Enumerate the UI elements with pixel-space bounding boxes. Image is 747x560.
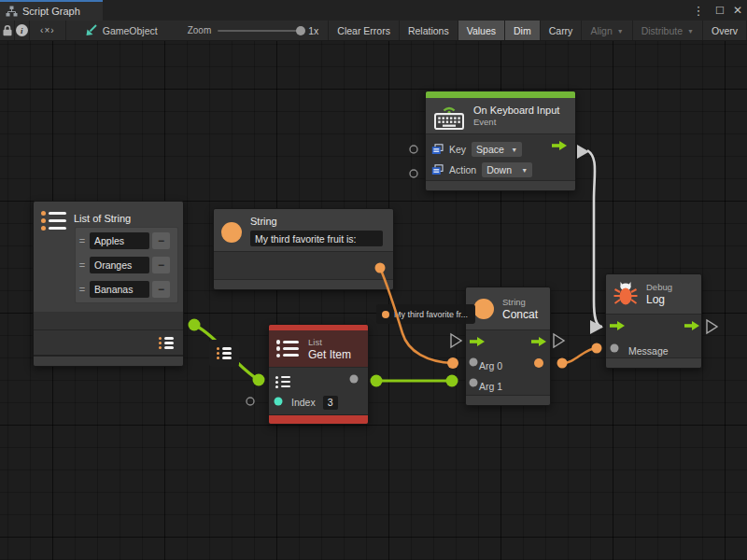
wire-endpoint-dot[interactable]	[447, 357, 458, 369]
scene-variable-icon	[431, 144, 444, 155]
list-item-row: = Apples −	[78, 229, 176, 253]
node-concat[interactable]: String Concat Arg 0 Arg 1	[465, 287, 551, 406]
index-port-label: Index	[291, 397, 316, 408]
wire-list-type-badge	[209, 340, 239, 367]
index-value-field[interactable]: 3	[323, 396, 338, 410]
error-color-strip	[269, 414, 368, 424]
flow-input-port[interactable]	[610, 321, 625, 330]
node-string-literal[interactable]: String My third favorite fruit is:	[213, 208, 394, 290]
node-body: Arg 0 Arg 1	[466, 329, 550, 395]
list-item-field[interactable]: Apples	[90, 232, 149, 249]
flow-output-port[interactable]	[684, 321, 699, 330]
message-port-label: Message	[628, 345, 669, 357]
node-list-of-string[interactable]: List of String = Apples − = Oranges − =	[33, 201, 184, 367]
graph-canvas[interactable]: On Keyboard Input Event Key Space▼	[0, 41, 747, 560]
gameobject-selector[interactable]: GameObject	[85, 21, 158, 40]
node-category: List	[308, 337, 351, 348]
wire-endpoint-dot[interactable]	[253, 374, 265, 386]
scene-variable-icon	[431, 164, 444, 175]
node-title: Get Item	[308, 348, 351, 361]
node-debug-log[interactable]: Debug Log Message	[605, 273, 702, 369]
remove-item-button[interactable]: −	[152, 257, 170, 273]
list-item-field[interactable]: Bananas	[90, 281, 149, 298]
list-output-port-icon[interactable]	[159, 337, 174, 349]
arg1-port-label: Arg 1	[479, 381, 502, 392]
dropdown-arrow-icon: ▼	[617, 28, 624, 35]
info-button[interactable]: i	[15, 21, 29, 40]
remove-item-button[interactable]: −	[152, 281, 170, 298]
node-header: List Get Item	[269, 330, 368, 367]
node-footer	[214, 279, 393, 289]
string-value-field[interactable]: My third favorite fruit is:	[250, 231, 383, 246]
action-port-label: Action	[449, 164, 476, 175]
drag-handle-icon[interactable]: =	[78, 259, 87, 271]
node-header: On Keyboard Input Event	[426, 98, 575, 133]
flow-input-port[interactable]	[470, 337, 485, 346]
dim-button[interactable]: Dim	[504, 21, 540, 40]
flow-input-indicator-triangle	[451, 334, 461, 347]
toolbar-buttons: Clear Errors Relations Values Dim Carry …	[328, 21, 747, 40]
node-footer	[34, 355, 183, 366]
flow-output-port[interactable]	[531, 337, 546, 346]
wire-endpoint-dot[interactable]	[371, 375, 383, 387]
node-category: Debug	[646, 282, 672, 293]
list-item-row: = Oranges −	[78, 253, 176, 277]
wire-endpoint-dot[interactable]	[557, 358, 568, 369]
edit-code-button[interactable]: ‹×›	[30, 21, 66, 40]
arg0-port-label: Arg 0	[479, 360, 502, 371]
lock-button[interactable]	[0, 21, 14, 40]
dropdown-arrow-icon: ▼	[687, 28, 694, 35]
node-category: String	[502, 297, 538, 308]
remove-item-button[interactable]: −	[152, 232, 170, 249]
wire-endpoint-dot[interactable]	[592, 343, 602, 354]
node-body	[214, 251, 393, 279]
carry-button[interactable]: Carry	[540, 21, 582, 40]
bug-icon	[613, 281, 638, 307]
wire-flow-keyboard-to-log[interactable]	[587, 150, 602, 327]
zoom-control: Zoom 1x	[188, 21, 319, 40]
gameobject-icon	[85, 24, 98, 36]
unconnected-port-circle	[410, 170, 417, 177]
zoom-slider[interactable]	[218, 30, 302, 32]
node-on-keyboard-input[interactable]: On Keyboard Input Event Key Space▼	[425, 91, 576, 191]
wire-concat-to-log[interactable]	[562, 348, 597, 363]
graph-toolbar: i ‹×› GameObject Zoom 1x Clear Errors Re…	[0, 21, 747, 41]
lock-icon	[2, 24, 13, 36]
flow-output-port[interactable]	[552, 141, 567, 150]
node-footer	[426, 180, 575, 190]
values-button[interactable]: Values	[458, 21, 504, 40]
clear-errors-button[interactable]: Clear Errors	[328, 21, 399, 40]
dropdown-arrow-icon: ▼	[511, 147, 517, 153]
drag-handle-icon[interactable]: =	[78, 235, 87, 246]
key-dropdown[interactable]: Space▼	[472, 142, 522, 157]
window-menu-icon[interactable]: ⋮	[690, 0, 707, 21]
drag-handle-icon[interactable]: =	[78, 284, 87, 295]
unconnected-port-circle	[247, 398, 254, 405]
tab-script-graph[interactable]: Script Graph	[0, 0, 103, 21]
node-header: String My third favorite fruit is:	[214, 209, 393, 251]
list-item-field[interactable]: Oranges	[90, 257, 149, 273]
align-button: Align▼	[581, 21, 631, 40]
action-dropdown[interactable]: Down▼	[482, 162, 532, 177]
wire-endpoint-dot[interactable]	[446, 375, 458, 387]
zoom-slider-handle[interactable]	[296, 26, 305, 35]
node-subtitle: Event	[473, 117, 559, 128]
node-title: On Keyboard Input	[473, 105, 559, 117]
distribute-button: Distribute▼	[632, 21, 702, 40]
flow-output-indicator-triangle	[554, 334, 564, 347]
node-footer	[466, 395, 550, 405]
overview-button[interactable]: Overv	[702, 21, 747, 40]
node-get-item[interactable]: List Get Item Index 3	[268, 324, 369, 425]
flow-wire-end-arrow	[590, 320, 603, 334]
relations-button[interactable]: Relations	[399, 21, 458, 40]
node-title: String	[250, 216, 383, 228]
flow-wire-start-arrow	[577, 145, 589, 159]
node-header: Debug Log	[606, 274, 701, 314]
wire-value-tooltip: My third favorite fr...	[376, 304, 475, 324]
node-title: List of String	[74, 213, 131, 225]
wire-endpoint-dot[interactable]	[189, 319, 201, 331]
key-port-label: Key	[449, 144, 466, 155]
maximize-icon[interactable]: ☐	[712, 0, 728, 21]
list-input-port-icon[interactable]	[275, 376, 290, 388]
close-icon[interactable]: ✕	[729, 0, 746, 21]
